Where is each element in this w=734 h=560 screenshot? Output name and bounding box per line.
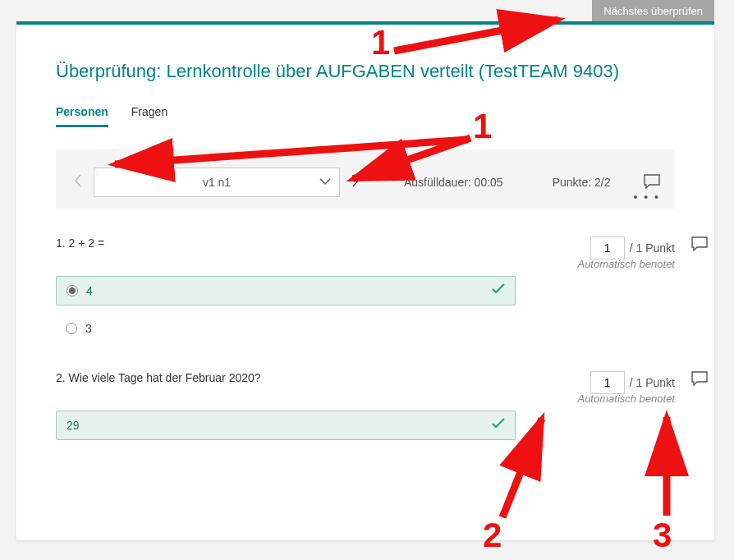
question-1-comment-icon[interactable] <box>691 236 708 254</box>
question-2-answer-text: 29 <box>67 419 80 432</box>
chevron-down-icon <box>319 176 331 189</box>
radio-unselected-icon <box>66 323 77 334</box>
question-1-score-input[interactable] <box>590 236 625 259</box>
more-menu-icon[interactable]: • • • <box>634 190 660 204</box>
check-icon <box>492 418 505 433</box>
question-2-score-max: / 1 Punkt <box>630 376 675 389</box>
question-1-score-max: / 1 Punkt <box>630 241 675 255</box>
page-title: Überprüfung: Lernkontrolle über AUFGABEN… <box>56 61 675 82</box>
person-dropdown[interactable]: v1 n1 <box>94 168 340 197</box>
question-1-option-1: 4 <box>56 276 516 305</box>
question-1-option-1-label: 4 <box>86 284 93 297</box>
question-2-text: 2. Wie viele Tage hat der Februar 2020? <box>56 371 261 384</box>
question-2-score-input[interactable] <box>590 371 625 394</box>
points-label: Punkte: 2/2 <box>553 176 611 189</box>
tabs: Personen Fragen <box>56 105 675 128</box>
check-icon <box>492 283 505 298</box>
question-2-score: / 1 Punkt <box>590 371 675 394</box>
tab-questions[interactable]: Fragen <box>131 105 167 127</box>
radio-selected-icon <box>67 285 78 296</box>
question-1-autograded-label: Automatisch benotet <box>577 258 675 270</box>
question-1-option-2-label: 3 <box>85 322 92 335</box>
question-1: 1. 2 + 2 = / 1 Punkt Automatisch benotet… <box>56 236 675 343</box>
duration-label: Ausfülldauer: 00:05 <box>404 176 503 189</box>
comment-icon[interactable] <box>644 174 660 191</box>
next-person-chevron[interactable] <box>348 174 363 191</box>
question-2-autograded-label: Automatisch benotet <box>577 392 675 405</box>
prev-person-chevron <box>71 174 85 191</box>
question-2-answer: 29 <box>56 411 516 440</box>
person-dropdown-label: v1 n1 <box>203 176 231 189</box>
respondent-summary: v1 n1 Ausfülldauer: 00:05 Punkte: 2/2 • … <box>56 149 675 209</box>
question-2-comment-icon[interactable] <box>691 371 708 388</box>
question-1-score: / 1 Punkt <box>590 236 675 259</box>
review-card: Überprüfung: Lernkontrolle über AUFGABEN… <box>16 21 714 540</box>
review-next-button[interactable]: Nächstes überprüfen <box>592 0 714 22</box>
tab-people[interactable]: Personen <box>56 105 108 127</box>
question-1-text: 1. 2 + 2 = <box>56 236 104 250</box>
question-2: 2. Wie viele Tage hat der Februar 2020? … <box>56 371 675 440</box>
question-1-option-2: 3 <box>56 314 516 343</box>
